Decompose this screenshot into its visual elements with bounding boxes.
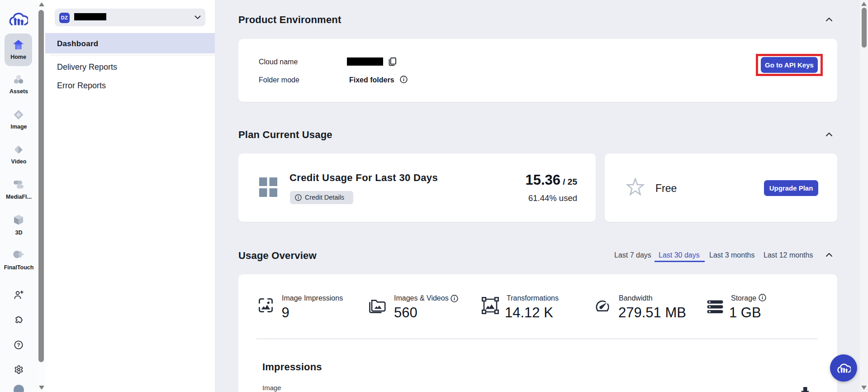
svg-text:?: ? [17,342,20,348]
